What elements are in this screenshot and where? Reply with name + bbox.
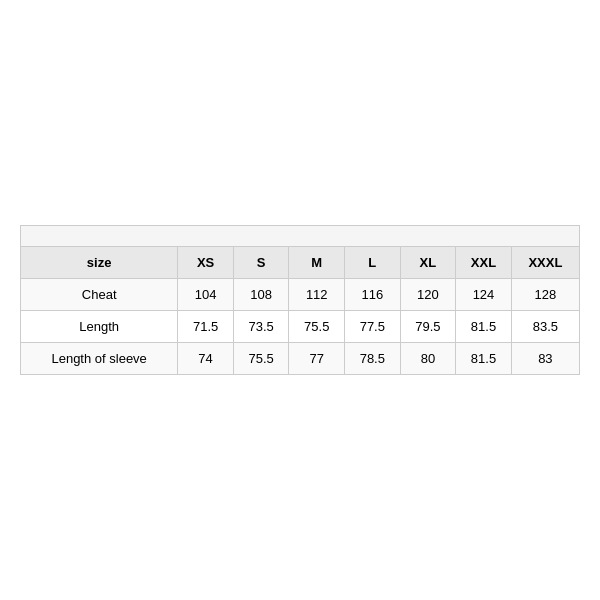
length-xl: 79.5 [400,311,456,343]
header-m: M [289,247,345,279]
cheat-xxxl: 128 [511,279,579,311]
cheat-xxl: 124 [456,279,512,311]
cheat-xl: 120 [400,279,456,311]
length-xxl: 81.5 [456,311,512,343]
length-s: 73.5 [233,311,289,343]
row-sleeve: Length of sleeve 74 75.5 77 78.5 80 81.5… [21,343,580,375]
header-xl: XL [400,247,456,279]
sleeve-xxl: 81.5 [456,343,512,375]
title-row [21,226,580,247]
sleeve-xxxl: 83 [511,343,579,375]
sleeve-s: 75.5 [233,343,289,375]
sleeve-m: 77 [289,343,345,375]
label-cheat: Cheat [21,279,178,311]
cheat-s: 108 [233,279,289,311]
sleeve-l: 78.5 [345,343,401,375]
size-chart-container: size XS S M L XL XXL XXXL Cheat 104 108 … [20,225,580,375]
header-l: L [345,247,401,279]
length-m: 75.5 [289,311,345,343]
length-l: 77.5 [345,311,401,343]
row-cheat: Cheat 104 108 112 116 120 124 128 [21,279,580,311]
size-chart-table: size XS S M L XL XXL XXXL Cheat 104 108 … [20,225,580,375]
header-row: size XS S M L XL XXL XXXL [21,247,580,279]
sleeve-xs: 74 [178,343,234,375]
row-length: Length 71.5 73.5 75.5 77.5 79.5 81.5 83.… [21,311,580,343]
header-s: S [233,247,289,279]
header-size: size [21,247,178,279]
header-xxl: XXL [456,247,512,279]
label-sleeve: Length of sleeve [21,343,178,375]
length-xxxl: 83.5 [511,311,579,343]
sleeve-xl: 80 [400,343,456,375]
cheat-xs: 104 [178,279,234,311]
table-title [21,226,580,247]
cheat-m: 112 [289,279,345,311]
cheat-l: 116 [345,279,401,311]
label-length: Length [21,311,178,343]
header-xxxl: XXXL [511,247,579,279]
header-xs: XS [178,247,234,279]
length-xs: 71.5 [178,311,234,343]
